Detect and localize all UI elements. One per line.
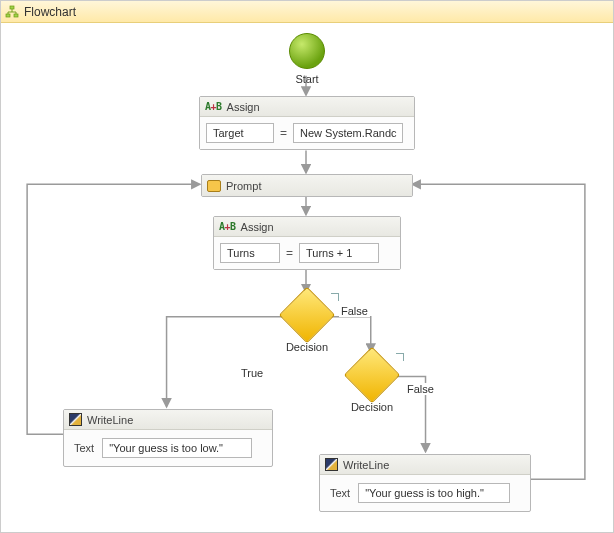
- decision-icon: [344, 347, 401, 404]
- assign-to-field[interactable]: Turns: [220, 243, 280, 263]
- flowchart-icon: [5, 5, 19, 19]
- activity-header: A+B Assign: [200, 97, 414, 117]
- expand-hint-icon: [396, 353, 404, 361]
- flowchart-designer: Flowchart: [0, 0, 614, 533]
- edge-label-false: False: [405, 383, 436, 395]
- decision-node-2[interactable]: Decision: [342, 355, 402, 413]
- assign-activity-turns[interactable]: A+B Assign Turns = Turns + 1: [213, 216, 401, 270]
- property-label: Text: [330, 487, 350, 499]
- assign-icon: A+B: [205, 101, 222, 112]
- assign-to-field[interactable]: Target: [206, 123, 274, 143]
- svg-rect-0: [10, 6, 14, 9]
- svg-rect-2: [14, 14, 18, 17]
- activity-header: WriteLine: [320, 455, 530, 475]
- activity-title: Prompt: [226, 180, 261, 192]
- activity-title: Assign: [241, 221, 274, 233]
- decision-label: Decision: [342, 401, 402, 413]
- activity-title: WriteLine: [87, 414, 133, 426]
- equals-label: =: [286, 246, 293, 260]
- decision-icon: [279, 287, 336, 344]
- writeline-high[interactable]: WriteLine Text "Your guess is too high.": [319, 454, 531, 512]
- start-node[interactable]: Start: [277, 33, 337, 85]
- start-label: Start: [277, 73, 337, 85]
- assign-value-field[interactable]: Turns + 1: [299, 243, 379, 263]
- writeline-low[interactable]: WriteLine Text "Your guess is too low.": [63, 409, 273, 467]
- writeline-icon: [69, 413, 82, 426]
- designer-titlebar: Flowchart: [1, 1, 613, 23]
- svg-rect-1: [6, 14, 10, 17]
- prompt-activity[interactable]: Prompt: [201, 174, 413, 197]
- assign-activity-target[interactable]: A+B Assign Target = New System.Randc: [199, 96, 415, 150]
- edge-label-true: True: [239, 367, 265, 379]
- activity-title: WriteLine: [343, 459, 389, 471]
- activity-header: A+B Assign: [214, 217, 400, 237]
- text-value-field[interactable]: "Your guess is too low.": [102, 438, 252, 458]
- property-label: Text: [74, 442, 94, 454]
- activity-header: Prompt: [202, 175, 412, 196]
- designer-title: Flowchart: [24, 5, 76, 19]
- start-icon: [289, 33, 325, 69]
- prompt-icon: [207, 180, 221, 192]
- edge-label-false: False: [339, 305, 370, 317]
- expand-hint-icon: [331, 293, 339, 301]
- activity-title: Assign: [227, 101, 260, 113]
- decision-label: Decision: [277, 341, 337, 353]
- equals-label: =: [280, 126, 287, 140]
- decision-node-1[interactable]: Decision: [277, 295, 337, 353]
- activity-header: WriteLine: [64, 410, 272, 430]
- writeline-icon: [325, 458, 338, 471]
- text-value-field[interactable]: "Your guess is too high.": [358, 483, 510, 503]
- assign-icon: A+B: [219, 221, 236, 232]
- design-surface[interactable]: Start A+B Assign Target = New System.Ran…: [7, 23, 607, 526]
- assign-value-field[interactable]: New System.Randc: [293, 123, 403, 143]
